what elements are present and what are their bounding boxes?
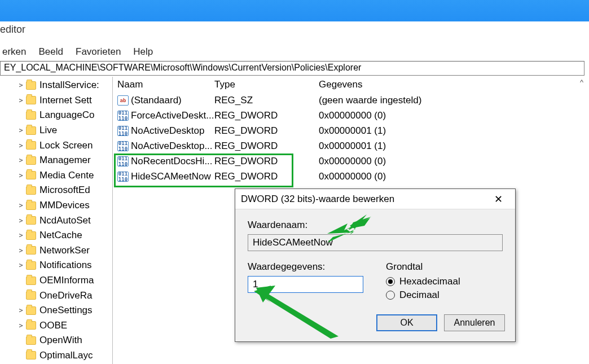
- folder-icon: [26, 306, 36, 315]
- folder-icon: [26, 126, 36, 135]
- value-name-label: Waardenaam:: [248, 220, 503, 231]
- menu-item-fav[interactable]: Favorieten: [73, 45, 123, 59]
- folder-icon: [26, 141, 36, 150]
- expander-icon[interactable]: >: [17, 201, 25, 209]
- tree-label: OneSettings: [39, 305, 93, 316]
- tree-node[interactable]: >Lock Screen: [0, 138, 112, 153]
- folder-icon: [26, 277, 36, 285]
- tree-label: MMDevices: [39, 200, 90, 211]
- cancel-button[interactable]: Annuleren: [444, 314, 505, 331]
- value-data: 0x00000000 (0): [319, 156, 584, 167]
- reg-dword-icon: 011110: [117, 111, 129, 121]
- folder-icon: [26, 246, 36, 255]
- tree-label: LanguageCo: [39, 109, 94, 121]
- expander-icon[interactable]: >: [17, 81, 25, 89]
- tree-node[interactable]: >InstallService:: [0, 78, 112, 93]
- values-list: Naam Type Gegevens ab(Standaard)REG_SZ(g…: [113, 77, 584, 364]
- folder-icon: [26, 156, 36, 165]
- tree-node[interactable]: MicrosoftEd: [0, 183, 112, 198]
- folder-icon: [26, 171, 36, 179]
- base-label: Grondtal: [386, 261, 460, 273]
- menu-item-view[interactable]: Beeld: [37, 45, 65, 59]
- value-row[interactable]: 011110NoRecentDocsHi...REG_DWORD0x000000…: [113, 154, 584, 169]
- window-titlebar: [0, 0, 589, 21]
- tree-node[interactable]: >OOBE: [0, 318, 112, 334]
- expander-icon[interactable]: >: [17, 156, 25, 164]
- tree-node[interactable]: >Live: [0, 123, 112, 138]
- folder-icon: [26, 291, 36, 300]
- tree-node[interactable]: OptimalLayc: [0, 348, 112, 363]
- tree-node[interactable]: >NetCache: [0, 228, 112, 243]
- expander-icon[interactable]: >: [17, 142, 25, 150]
- tree-node[interactable]: >Internet Sett: [0, 93, 112, 108]
- expander-icon[interactable]: >: [17, 306, 25, 314]
- value-row[interactable]: 011110HideSCAMeetNowREG_DWORD0x00000000 …: [113, 169, 584, 184]
- menu-item-edit[interactable]: erken: [0, 45, 29, 59]
- expander-icon[interactable]: >: [17, 172, 25, 179]
- tree-node[interactable]: >NcdAutoSet: [0, 213, 112, 228]
- reg-dword-icon: 011110: [117, 156, 129, 166]
- tree-node[interactable]: OpenWith: [0, 333, 112, 348]
- tree-label: Live: [39, 125, 57, 136]
- value-data: 0x00000000 (0): [319, 171, 584, 182]
- value-row[interactable]: 011110NoActiveDesktopREG_DWORD0x00000001…: [113, 123, 584, 138]
- col-data[interactable]: Gegevens: [319, 79, 584, 90]
- expander-icon[interactable]: >: [17, 97, 25, 104]
- tree-label: NcdAutoSet: [39, 215, 91, 226]
- tree-label: OOBE: [39, 320, 67, 331]
- expander-icon[interactable]: >: [17, 126, 25, 134]
- tree-node[interactable]: >Notifications: [0, 258, 112, 273]
- value-data: 0x00000001 (1): [319, 125, 584, 137]
- expander-icon[interactable]: >: [17, 231, 25, 239]
- folder-icon: [26, 261, 36, 270]
- tree-label: Notifications: [39, 260, 92, 271]
- tree-label: Media Cente: [39, 170, 94, 181]
- close-icon[interactable]: ✕: [487, 193, 509, 205]
- value-row[interactable]: ab(Standaard)REG_SZ(geen waarde ingestel…: [113, 93, 584, 108]
- reg-sz-icon: ab: [117, 95, 129, 106]
- tree-label: MicrosoftEd: [39, 185, 90, 196]
- reg-dword-icon: 011110: [117, 126, 129, 136]
- tree-node[interactable]: >MMDevices: [0, 198, 112, 213]
- tree-label: OEMInforma: [39, 275, 94, 286]
- tree-label: NetCache: [39, 230, 82, 241]
- tree-label: OneDriveRa: [39, 290, 93, 301]
- value-name: NoActiveDesktop: [131, 125, 204, 137]
- tree-node[interactable]: LanguageCo: [0, 108, 112, 123]
- ok-button[interactable]: OK: [376, 314, 437, 331]
- col-type[interactable]: Type: [214, 79, 319, 90]
- expander-icon[interactable]: >: [17, 217, 25, 225]
- folder-icon: [26, 321, 36, 330]
- value-data: 0x00000000 (0): [319, 110, 584, 121]
- value-data-input[interactable]: [248, 276, 363, 293]
- folder-icon: [26, 216, 36, 225]
- menu-item-help[interactable]: Help: [131, 45, 155, 59]
- tree-node[interactable]: >NetworkSer: [0, 243, 112, 258]
- radio-hex[interactable]: Hexadecimaal: [386, 276, 460, 287]
- menu-bar: erken Beeld Favorieten Help: [0, 44, 155, 60]
- column-headers[interactable]: Naam Type Gegevens: [113, 77, 584, 93]
- value-type: REG_DWORD: [214, 171, 319, 182]
- tree-node[interactable]: >Managemer: [0, 153, 112, 168]
- edit-dword-dialog: DWORD (32 bits)-waarde bewerken ✕ Waarde…: [235, 188, 516, 342]
- address-bar[interactable]: EY_LOCAL_MACHINE\SOFTWARE\Microsoft\Wind…: [0, 61, 584, 76]
- value-row[interactable]: 011110NoActiveDesktop...REG_DWORD0x00000…: [113, 138, 584, 154]
- expander-icon[interactable]: >: [17, 247, 25, 255]
- tree-label: OptimalLayc: [39, 350, 93, 361]
- expander-icon[interactable]: >: [17, 261, 25, 269]
- tree-label: OpenWith: [39, 335, 82, 346]
- tree-node[interactable]: OneDriveRa: [0, 288, 112, 303]
- registry-tree[interactable]: ^ >InstallService:>Internet SettLanguage…: [0, 77, 113, 364]
- value-type: REG_DWORD: [214, 125, 319, 137]
- value-name: NoActiveDesktop...: [131, 141, 213, 152]
- tree-node[interactable]: >Media Cente: [0, 168, 112, 183]
- reg-dword-icon: 011110: [117, 172, 129, 182]
- radio-dec[interactable]: Decimaal: [386, 290, 460, 301]
- value-row[interactable]: 011110ForceActiveDeskt...REG_DWORD0x0000…: [113, 108, 584, 123]
- col-name[interactable]: Naam: [113, 79, 214, 90]
- expander-icon[interactable]: >: [17, 322, 25, 330]
- value-type: REG_DWORD: [214, 141, 319, 152]
- tree-node[interactable]: OEMInforma: [0, 273, 112, 288]
- tree-node[interactable]: >OneSettings: [0, 303, 112, 318]
- value-data: (geen waarde ingesteld): [319, 95, 584, 106]
